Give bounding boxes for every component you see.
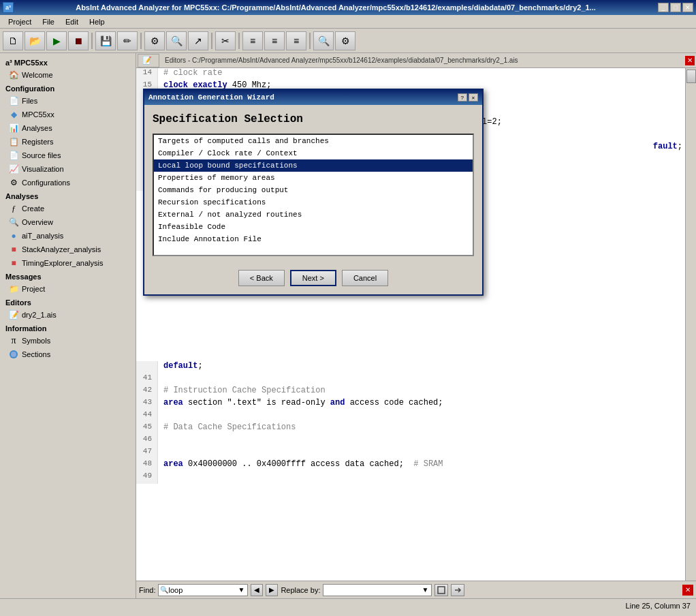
replace-action-button-1[interactable] [434, 584, 448, 596]
stack-icon: ■ [8, 244, 19, 255]
maximize-button[interactable]: □ [670, 3, 681, 12]
sidebar-item-ait[interactable]: ● aiT_analysis [0, 229, 136, 243]
sidebar-item-dry2-ais[interactable]: 📝 dry2_1.ais [0, 308, 136, 322]
sidebar-item-analyses[interactable]: 📊 Analyses [0, 121, 136, 135]
sidebar-item-create[interactable]: ƒ Create [0, 202, 136, 215]
menu-help[interactable]: Help [84, 16, 110, 27]
app-icon: a³ [3, 2, 14, 13]
dialog-help-button[interactable]: ? [458, 93, 467, 102]
status-bar: Line 25, Column 37 [0, 598, 696, 612]
spec-item-memory-areas[interactable]: Properties of memory areas [154, 172, 473, 184]
save-button[interactable]: 💾 [95, 31, 116, 50]
sidebar-item-timing[interactable]: ■ TimingExplorer_analysis [0, 256, 136, 270]
align-center-button[interactable]: ≡ [264, 31, 285, 50]
find-dropdown-arrow[interactable]: ▼ [236, 586, 246, 594]
find-label: Find: [139, 586, 155, 594]
arrow-button[interactable]: ↗ [188, 31, 208, 50]
editor-close-button[interactable]: ✕ [685, 56, 695, 65]
menu-project[interactable]: Project [3, 16, 37, 27]
window-controls[interactable]: _ □ ✕ [658, 3, 693, 12]
svg-rect-2 [438, 587, 445, 594]
find-next-button[interactable]: ▶ [266, 584, 278, 596]
minimize-button[interactable]: _ [658, 3, 669, 12]
menu-file[interactable]: File [37, 16, 60, 27]
align-left-button[interactable]: ≡ [242, 31, 263, 50]
open-button[interactable]: 📂 [25, 31, 45, 50]
specification-listbox[interactable]: Targets of computed calls and branches C… [153, 134, 474, 256]
spec-item-infeasible[interactable]: Infeasible Code [154, 221, 473, 233]
code-line-partial-default: default; [136, 361, 696, 373]
window-title: AbsInt Advanced Analyzer for MPC55xx: C:… [14, 3, 658, 12]
replace-action-button-2[interactable] [451, 584, 464, 596]
next-button[interactable]: Next > [290, 270, 336, 286]
cut-button[interactable]: ✂ [215, 31, 236, 50]
spec-item-include[interactable]: Include Annotation File [154, 233, 473, 245]
sidebar-item-files[interactable]: 📄 Files [0, 94, 136, 108]
cancel-button[interactable]: Cancel [342, 270, 388, 286]
back-button[interactable]: < Back [238, 270, 285, 286]
sidebar-configurations-label: Configurations [22, 179, 70, 187]
status-text: Line 25, Column 37 [626, 602, 691, 610]
replace-dropdown-arrow[interactable]: ▼ [420, 586, 430, 594]
code-line-46: 46 [136, 435, 696, 447]
find-close-button[interactable]: ✕ [682, 585, 693, 596]
code-line-47: 47 [136, 447, 696, 459]
code-area[interactable]: 14 # clock rate 15 clock exactly 450 Mhz… [136, 68, 696, 581]
sidebar-item-overview[interactable]: 🔍 Overview [0, 215, 136, 229]
sidebar-item-sections[interactable]: Sections [0, 348, 136, 361]
sidebar-timing-label: TimingExplorer_analysis [22, 259, 103, 267]
code-line-14: 14 # clock rate [136, 68, 696, 80]
run-button[interactable]: ▶ [46, 31, 67, 50]
find-input-wrapper: 🔍 ▼ [158, 584, 248, 596]
dialog-title-controls[interactable]: ? ✕ [458, 93, 478, 102]
sidebar-item-stack[interactable]: ■ StackAnalyzer_analysis [0, 243, 136, 256]
spec-item-external[interactable]: External / not analyzed routines [154, 209, 473, 221]
sidebar-section-mpc55xx: a³ MPC55xx [0, 56, 136, 68]
menu-bar: Project File Edit Help [0, 15, 696, 29]
sidebar-analyses-label: Analyses [22, 124, 52, 132]
new-button[interactable]: 🗋 [3, 31, 23, 50]
sidebar-item-registers[interactable]: 📋 Registers [0, 135, 136, 149]
sidebar-item-visualization[interactable]: 📈 Visualization [0, 162, 136, 176]
sidebar-item-welcome[interactable]: 🏠 Welcome [0, 68, 136, 82]
sidebar-visualization-label: Visualization [22, 165, 64, 173]
analyses-icon: 📊 [8, 123, 19, 134]
sidebar-sections-label: Sections [22, 350, 50, 358]
replace-input[interactable] [325, 586, 420, 594]
scrollbar-thumb[interactable] [686, 70, 696, 83]
sidebar-overview-label: Overview [22, 218, 53, 226]
dialog-body: Specification Selection Targets of compu… [144, 105, 482, 264]
spec-item-commands-output[interactable]: Commands for producing output [154, 184, 473, 196]
spec-item-compiler-clock[interactable]: Compiler / Clock rate / Context [154, 147, 473, 159]
timing-icon: ■ [8, 258, 19, 268]
spec-item-recursion[interactable]: Recursion specifications [154, 196, 473, 209]
align-right-button[interactable]: ≡ [286, 31, 306, 50]
find-icon: 🔍 [160, 586, 168, 594]
sidebar-item-source-files[interactable]: 📄 Source files [0, 149, 136, 162]
sidebar-registers-label: Registers [22, 138, 53, 146]
find-input[interactable] [168, 586, 236, 594]
edit-button[interactable]: ✏ [117, 31, 138, 50]
find-prev-button[interactable]: ◀ [251, 584, 263, 596]
editor-tab[interactable]: 📝 [138, 54, 159, 67]
dialog-close-button[interactable]: ✕ [469, 93, 478, 102]
browse-button[interactable]: 🔍 [166, 31, 187, 50]
tab-icon: 📝 [142, 56, 152, 65]
stop-button[interactable]: ⏹ [68, 31, 89, 50]
close-button[interactable]: ✕ [682, 3, 693, 12]
menu-edit[interactable]: Edit [60, 16, 84, 27]
spec-item-computed-calls[interactable]: Targets of computed calls and branches [154, 135, 473, 147]
toolbar: 🗋 📂 ▶ ⏹ 💾 ✏ ⚙ 🔍 ↗ ✂ ≡ ≡ ≡ 🔍 ⚙ [0, 29, 696, 53]
sidebar-item-mpc55xx[interactable]: ◆ MPC55xx [0, 108, 136, 121]
search-tool-button[interactable]: 🔍 [313, 31, 334, 50]
properties-button[interactable]: ⚙ [144, 31, 165, 50]
toolbar-separator-2 [140, 33, 142, 49]
spec-item-local-loop[interactable]: Local loop bound specifications [154, 159, 473, 172]
code-line-43: 43 area section ".text" is read-only and… [136, 398, 696, 410]
vertical-scrollbar[interactable] [685, 68, 696, 581]
sidebar-item-project[interactable]: 📁 Project [0, 282, 136, 296]
sidebar-item-configurations[interactable]: ⚙ Configurations [0, 176, 136, 189]
settings-button[interactable]: ⚙ [335, 31, 355, 50]
sidebar-section-editors: Editors [0, 296, 136, 308]
sidebar-item-symbols[interactable]: π Symbols [0, 334, 136, 348]
